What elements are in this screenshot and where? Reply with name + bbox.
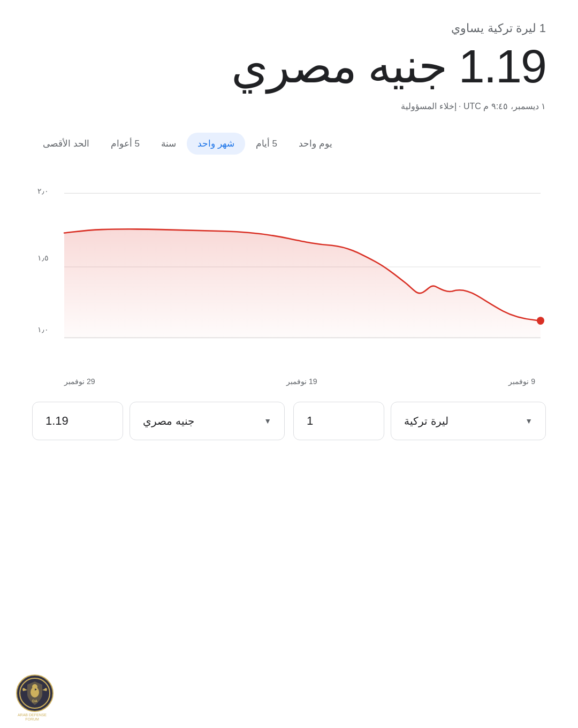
value-text-1: 1 xyxy=(307,414,313,428)
converters: ليرة تركية ▼ 1 جنيه مصري ▼ 1.19 xyxy=(32,402,546,440)
logo-text: ARAB DEFENSE FORUM xyxy=(11,713,54,722)
currency-selector-1[interactable]: ليرة تركية ▼ xyxy=(391,402,546,440)
currency-value-1[interactable]: 1 xyxy=(293,402,384,440)
chart-endpoint xyxy=(537,317,544,325)
tab-1y[interactable]: سنة xyxy=(150,133,187,155)
tab-1m[interactable]: شهر واحد xyxy=(187,133,245,155)
dropdown-arrow-2[interactable]: ▼ xyxy=(264,417,271,425)
chart-container: ٢٫٠ ١٫٥ ١٫٠ xyxy=(32,171,546,363)
tab-5d[interactable]: 5 أيام xyxy=(245,133,288,155)
currency-selector-2[interactable]: جنيه مصري ▼ xyxy=(130,402,285,440)
tab-max[interactable]: الحد الأقصى xyxy=(32,133,100,155)
x-label-1: 29 نوفمبر xyxy=(64,377,95,386)
currency-name-1: ليرة تركية xyxy=(404,415,448,427)
logo-svg: DA xyxy=(19,677,51,709)
x-label-3: 9 نوفمبر xyxy=(508,377,535,386)
timestamp: ١ ديسمبر، ٩:٤٥ م UTC · إخلاء المسؤولية xyxy=(32,101,546,111)
dropdown-arrow-1[interactable]: ▼ xyxy=(525,417,533,425)
tab-1d[interactable]: يوم واحد xyxy=(288,133,343,155)
currency-name-2: جنيه مصري xyxy=(143,415,194,427)
period-tabs: الحد الأقصى 5 أعوام سنة شهر واحد 5 أيام … xyxy=(32,133,546,155)
bottom-logo: DA ARAB DEFENSE FORUM xyxy=(11,675,54,717)
converter-box-1: ليرة تركية ▼ 1 xyxy=(293,402,546,440)
subtitle: 1 ليرة تركية يساوي xyxy=(32,21,546,35)
converter-box-2: جنيه مصري ▼ 1.19 xyxy=(32,402,285,440)
logo-circle: DA xyxy=(16,675,54,712)
currency-value-2[interactable]: 1.19 xyxy=(32,402,123,440)
exchange-rate-chart xyxy=(32,171,546,363)
value-text-2: 1.19 xyxy=(45,414,69,428)
y-label-bottom: ١٫٠ xyxy=(37,325,49,334)
y-label-top: ٢٫٠ xyxy=(37,187,49,195)
main-value: 1.19 جنيه مصري xyxy=(32,41,546,93)
x-axis-labels: 29 نوفمبر 19 نوفمبر 9 نوفمبر xyxy=(32,374,546,386)
y-label-mid: ١٫٥ xyxy=(37,254,49,262)
svg-text:DA: DA xyxy=(32,699,37,703)
x-label-2: 19 نوفمبر xyxy=(286,377,317,386)
tab-5y[interactable]: 5 أعوام xyxy=(100,133,150,155)
